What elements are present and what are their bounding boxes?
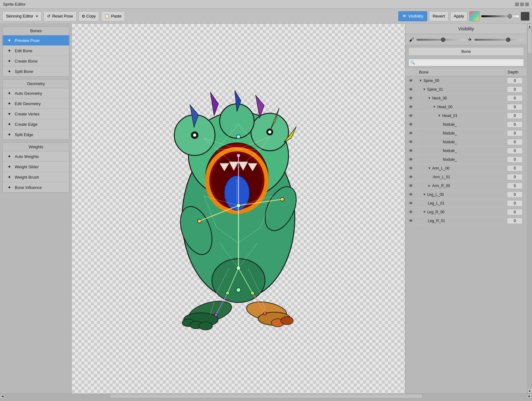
depth-input-nodule3[interactable] [507, 139, 523, 145]
bone-name-nodule5: Nodule_ [417, 156, 505, 163]
depth-input-arml00[interactable] [507, 165, 523, 171]
depth-input-armr00[interactable] [507, 183, 523, 189]
depth-nodule3 [505, 138, 527, 146]
bottom-scrollbar: ◄ ► [0, 393, 532, 398]
depth-input-legr01[interactable] [507, 218, 523, 224]
canvas-area[interactable] [72, 24, 405, 393]
edit-geometry-item[interactable]: ✦ Edit Geometry [3, 99, 69, 109]
expand-legl00[interactable]: ▼ [423, 193, 426, 196]
opacity-slider-container [481, 15, 519, 17]
brush-size-slider[interactable] [417, 39, 465, 41]
geometry-section: Geometry ✦ Auto Geometry ✦ Edit Geometry… [3, 79, 69, 140]
depth-arml00 [505, 165, 527, 172]
preview-pose-item[interactable]: ✦ Preview Pose [3, 35, 69, 46]
expand-spine00[interactable]: ▼ [419, 79, 422, 82]
visibility-button[interactable]: 👁 Visibility [398, 11, 427, 21]
auto-geometry-item[interactable]: ✦ Auto Geometry [3, 88, 69, 99]
depth-legr00 [505, 208, 527, 216]
depth-input-spine00[interactable] [507, 78, 523, 84]
create-bone-item[interactable]: ✦ Create Bone [3, 56, 69, 66]
expand-spine01[interactable]: ▼ [423, 88, 426, 91]
eye-toggle-arml00[interactable]: 👁 [405, 164, 417, 172]
auto-weights-item[interactable]: ✦ Auto Weights [3, 151, 69, 162]
cursor-icon[interactable]: ✈ [468, 37, 472, 43]
depth-input-nodule1[interactable] [507, 121, 523, 128]
right-scrollbar[interactable]: ▲ ▼ [527, 24, 532, 393]
create-edge-item[interactable]: ✦ Create Edge [3, 119, 69, 129]
bone-influence-icon: ✦ [7, 185, 12, 190]
bone-search-input[interactable] [408, 59, 524, 66]
eye-toggle-legr00[interactable]: 👁 [405, 208, 417, 216]
depth-nodule4 [505, 147, 527, 155]
eye-toggle-armr00[interactable]: 👁 [405, 181, 417, 190]
scroll-track[interactable] [527, 29, 532, 388]
eye-toggle-arml01[interactable]: 👁 [405, 173, 417, 181]
expand-legr00[interactable]: ▼ [423, 210, 426, 214]
col-eye [405, 68, 417, 76]
depth-input-nodule2[interactable] [507, 130, 523, 136]
eye-toggle-nodule5[interactable]: 👁 [405, 155, 417, 164]
edit-bone-item[interactable]: ✦ Edit Bone [3, 46, 69, 56]
eye-toggle-legl01[interactable]: 👁 [405, 199, 417, 207]
depth-input-legl01[interactable] [507, 200, 523, 206]
scroll-down-arrow[interactable]: ▼ [527, 388, 532, 393]
table-row: 👁 Nodule_ [405, 146, 527, 155]
brush-icon[interactable]: 🖌 [409, 37, 414, 43]
weight-brush-item[interactable]: ✦ Weight Brush [3, 172, 69, 182]
revert-button[interactable]: Revert [429, 11, 448, 21]
depth-neck00 [505, 94, 527, 102]
eye-toggle-nodule1[interactable]: 👁 [405, 120, 417, 129]
eye-toggle-legl00[interactable]: 👁 [405, 190, 417, 199]
bottom-scroll-track[interactable] [5, 394, 527, 398]
depth-input-legl00[interactable] [507, 191, 523, 198]
split-bone-item[interactable]: ✦ Split Bone [3, 66, 69, 76]
depth-input-nodule5[interactable] [507, 156, 523, 163]
expand-arml00[interactable]: ▼ [428, 166, 431, 170]
create-vertex-item[interactable]: ✦ Create Vertex [3, 109, 69, 119]
paste-button[interactable]: 📋 Paste [101, 11, 125, 21]
eye-toggle-legr01[interactable]: 👁 [405, 216, 417, 225]
bottom-scroll-thumb[interactable] [110, 394, 423, 398]
eye-toggle-spine00[interactable]: 👁 [405, 76, 417, 85]
title-bar-controls [515, 3, 529, 6]
eye-toggle-head00[interactable]: 👁 [405, 103, 417, 111]
apply-button[interactable]: Apply [450, 11, 468, 21]
eye-toggle-head01[interactable]: 👁 [405, 111, 417, 120]
eye-toggle-nodule4[interactable]: 👁 [405, 146, 417, 155]
eye-toggle-spine01[interactable]: 👁 [405, 85, 417, 94]
depth-input-spine01[interactable] [507, 86, 523, 93]
depth-input-head00[interactable] [507, 104, 523, 110]
split-edge-item[interactable]: ✦ Split Edge [3, 129, 69, 140]
bone-search-container: 🔍 [408, 59, 524, 66]
depth-input-nodule4[interactable] [507, 148, 523, 154]
scroll-left-arrow[interactable]: ◄ [0, 394, 5, 399]
depth-input-legr00[interactable] [507, 209, 523, 215]
skinning-editor-button[interactable]: Skinning Editor [3, 11, 42, 21]
depth-input-neck00[interactable] [507, 95, 523, 101]
expand-neck00[interactable]: ▼ [428, 96, 431, 100]
opacity-vis-slider[interactable] [474, 39, 523, 41]
depth-input-head01[interactable] [507, 113, 523, 119]
opacity-slider[interactable] [481, 15, 519, 17]
alpha-button[interactable] [521, 12, 529, 21]
bone-filter-button[interactable]: Bone [408, 47, 524, 56]
bone-influence-item[interactable]: ✦ Bone Influence [3, 182, 69, 192]
expand-head00[interactable]: ▼ [433, 105, 436, 109]
bone-name-nodule2: Nodule_ [417, 130, 505, 137]
create-vertex-icon: ✦ [7, 111, 12, 117]
depth-input-arml01[interactable] [507, 174, 523, 180]
weight-slider-item[interactable]: ✦ Weight Slider [3, 162, 69, 172]
expand-armr00[interactable]: ► [428, 184, 431, 187]
scroll-right-arrow[interactable]: ► [527, 394, 532, 399]
eye-toggle-nodule3[interactable]: 👁 [405, 138, 417, 146]
expand-head01[interactable]: ▼ [438, 114, 441, 117]
color-swatch[interactable] [469, 11, 479, 21]
table-row: 👁 ► Arm_R_00 [405, 181, 527, 190]
scroll-up-arrow[interactable]: ▲ [527, 24, 532, 29]
reset-pose-button[interactable]: ↺ Reset Pose [43, 11, 76, 21]
copy-button[interactable]: ⧉ Copy [79, 11, 99, 21]
eye-toggle-nodule2[interactable]: 👁 [405, 129, 417, 137]
scroll-thumb[interactable] [527, 29, 532, 54]
bone-name-head01: ▼ Head_01 [417, 112, 505, 119]
eye-toggle-neck00[interactable]: 👁 [405, 94, 417, 102]
